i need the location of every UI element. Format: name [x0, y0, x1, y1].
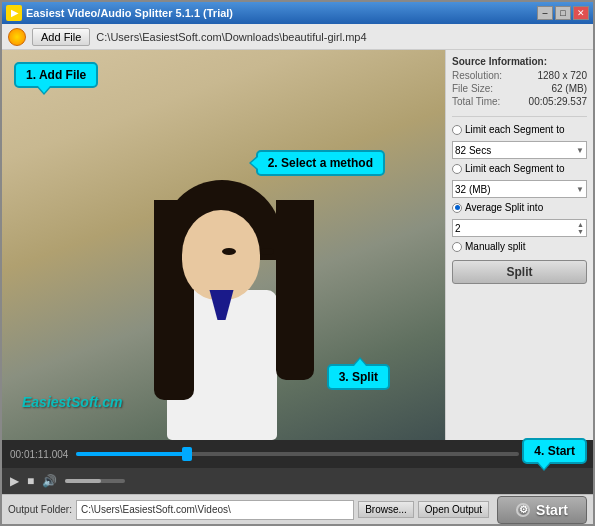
titlebar: ▶ Easiest Video/Audio Splitter 5.1.1 (Tr…	[2, 2, 593, 24]
minimize-button[interactable]: –	[537, 6, 553, 20]
spinner-down-icon[interactable]: ▼	[577, 228, 584, 235]
option3-spinner[interactable]: 2 ▲ ▼	[452, 219, 587, 237]
start-icon: ⚙	[516, 503, 530, 517]
open-output-button[interactable]: Open Output	[418, 501, 489, 518]
timeline-current-time: 00:01:11.004	[10, 449, 68, 460]
split-callout-label: 3. Split	[339, 370, 378, 384]
app-icon: ▶	[6, 5, 22, 21]
resolution-value: 1280 x 720	[538, 70, 588, 81]
volume-fill	[65, 479, 101, 483]
main-content: EasiestSoft.cm 1. Add File 2. Select a m…	[2, 50, 593, 440]
select-method-callout-label: 2. Select a method	[268, 156, 373, 170]
browse-button[interactable]: Browse...	[358, 501, 414, 518]
totaltime-row: Total Time: 00:05:29.537	[452, 96, 587, 107]
toolbar: Add File C:\Users\EasiestSoft.com\Downlo…	[2, 24, 593, 50]
divider1	[452, 116, 587, 117]
split-button[interactable]: Split	[452, 260, 587, 284]
split-callout: 3. Split	[327, 364, 390, 390]
start-button[interactable]: ⚙ Start	[497, 496, 587, 524]
option4-radio[interactable]	[452, 242, 462, 252]
option1-select[interactable]: 82 Secs ▼	[452, 141, 587, 159]
option4-radio-item[interactable]: Manually split	[452, 241, 587, 252]
timeline-progress	[76, 452, 187, 456]
start-callout: 4. Start	[522, 438, 587, 464]
option1-radio[interactable]	[452, 125, 462, 135]
watermark: EasiestSoft.cm	[22, 394, 122, 410]
eye-left	[222, 248, 236, 255]
eye-right	[260, 248, 274, 255]
window-title: Easiest Video/Audio Splitter 5.1.1 (Tria…	[26, 7, 233, 19]
start-callout-box: 4. Start	[522, 438, 587, 464]
main-window: ▶ Easiest Video/Audio Splitter 5.1.1 (Tr…	[0, 0, 595, 526]
start-button-label: Start	[536, 502, 568, 518]
filesize-row: File Size: 62 (MB)	[452, 83, 587, 94]
output-folder-label: Output Folder:	[8, 504, 72, 515]
option3-radio[interactable]	[452, 203, 462, 213]
output-path-field[interactable]: C:\Users\EasiestSoft.com\Videos\	[76, 500, 354, 520]
spinner-arrows[interactable]: ▲ ▼	[577, 221, 584, 235]
option3-label: Average Split into	[465, 202, 543, 213]
option2-radio[interactable]	[452, 164, 462, 174]
spinner-up-icon[interactable]: ▲	[577, 221, 584, 228]
option1-select-value: 82 Secs	[455, 145, 491, 156]
add-file-callout: 1. Add File	[14, 62, 98, 88]
volume-slider[interactable]	[65, 479, 125, 483]
maximize-button[interactable]: □	[555, 6, 571, 20]
transport-area: ▶ ■ 🔊	[2, 468, 593, 494]
timeline-thumb[interactable]	[182, 447, 192, 461]
add-file-button[interactable]: Add File	[32, 28, 90, 46]
hair-right	[276, 200, 314, 380]
close-button[interactable]: ✕	[573, 6, 589, 20]
start-callout-arrow-inner	[538, 462, 550, 469]
play-button[interactable]: ▶	[10, 474, 19, 488]
option3-radio-item[interactable]: Average Split into	[452, 202, 587, 213]
resolution-label: Resolution:	[452, 70, 502, 81]
split-callout-box: 3. Split	[327, 364, 390, 390]
totaltime-value: 00:05:29.537	[529, 96, 587, 107]
video-figure	[152, 180, 332, 440]
add-file-callout-box: 1. Add File	[14, 62, 98, 88]
output-path-value: C:\Users\EasiestSoft.com\Videos\	[81, 504, 231, 515]
app-logo	[8, 28, 26, 46]
volume-icon: 🔊	[42, 474, 57, 488]
timeline-area: 00:01:11.004 00:05:29.537	[2, 440, 593, 468]
bottom-bar: Output Folder: C:\Users\EasiestSoft.com\…	[2, 494, 593, 524]
filesize-value: 62 (MB)	[551, 83, 587, 94]
select-arrow-icon: ▼	[576, 146, 584, 155]
titlebar-left: ▶ Easiest Video/Audio Splitter 5.1.1 (Tr…	[6, 5, 233, 21]
option3-value: 2	[455, 223, 461, 234]
file-path-label: C:\Users\EasiestSoft.com\Downloads\beaut…	[96, 31, 587, 43]
option4-label: Manually split	[465, 241, 526, 252]
select-method-callout: 2. Select a method	[256, 150, 385, 176]
option1-radio-item[interactable]: Limit each Segment to	[452, 124, 587, 135]
select-method-callout-box: 2. Select a method	[256, 150, 385, 176]
resolution-row: Resolution: 1280 x 720	[452, 70, 587, 81]
timeline-bar[interactable]	[76, 452, 518, 456]
source-info: Source Information: Resolution: 1280 x 7…	[452, 56, 587, 109]
option1-label: Limit each Segment to	[465, 124, 565, 135]
stop-button[interactable]: ■	[27, 474, 34, 488]
face	[182, 210, 260, 300]
totaltime-label: Total Time:	[452, 96, 500, 107]
source-info-label: Source Information:	[452, 56, 587, 67]
start-callout-label: 4. Start	[534, 444, 575, 458]
option2-select[interactable]: 32 (MB) ▼	[452, 180, 587, 198]
add-file-callout-label: 1. Add File	[26, 68, 86, 82]
option2-select-value: 32 (MB)	[455, 184, 491, 195]
video-area: EasiestSoft.cm 1. Add File 2. Select a m…	[2, 50, 445, 440]
option2-radio-item[interactable]: Limit each Segment to	[452, 163, 587, 174]
option2-label: Limit each Segment to	[465, 163, 565, 174]
right-panel: Source Information: Resolution: 1280 x 7…	[445, 50, 593, 440]
select-arrow-icon2: ▼	[576, 185, 584, 194]
split-options: Limit each Segment to 82 Secs ▼ Limit ea…	[452, 124, 587, 252]
filesize-label: File Size:	[452, 83, 493, 94]
titlebar-controls: – □ ✕	[537, 6, 589, 20]
